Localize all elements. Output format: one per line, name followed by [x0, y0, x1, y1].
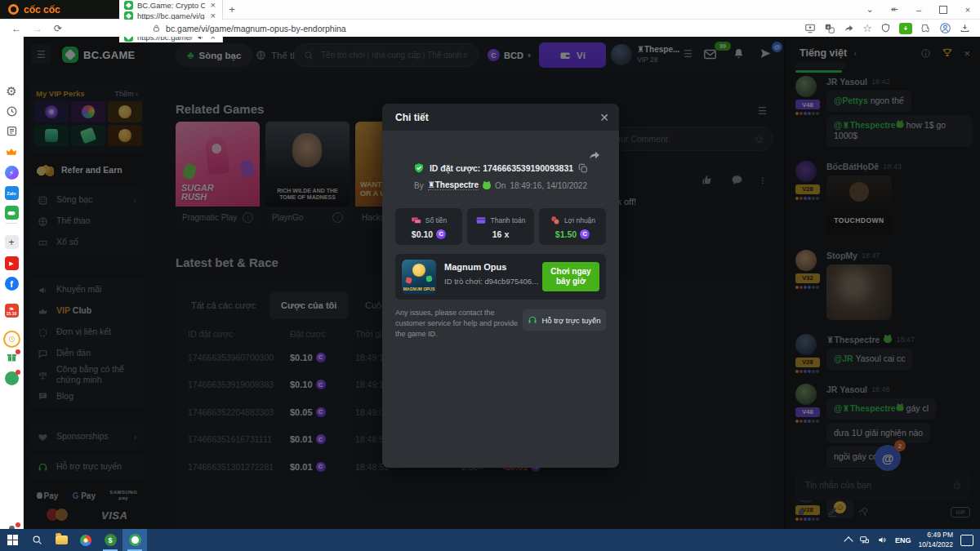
gift-icon[interactable]	[0, 351, 23, 363]
tab-search-icon[interactable]: ⌄	[858, 1, 882, 19]
game-name: Magnum Opus	[444, 262, 506, 272]
lock-icon	[152, 24, 161, 33]
history-icon[interactable]	[0, 105, 23, 118]
stat-value: $1.50C	[555, 229, 590, 239]
address-bar-icons: a☆	[804, 22, 970, 34]
browser-tab[interactable]: BC.Game: Crypto Casino Gan×	[119, 0, 223, 11]
share-icon[interactable]	[844, 23, 854, 33]
modal-title: Chi tiết	[395, 112, 429, 123]
tab-close-icon[interactable]: ×	[209, 0, 217, 11]
zalo-icon[interactable]: Zalo	[0, 186, 23, 200]
profile-icon[interactable]	[939, 22, 951, 34]
tab-scroll-icon[interactable]: ↞	[882, 1, 906, 19]
bet-id: ID đặt cược: 1746663539190093831	[430, 163, 573, 173]
modal-titlebar: Chi tiết ✕	[382, 104, 619, 131]
url-text[interactable]: bc.game/vi/game/magnum-opus-by-endorphin…	[166, 24, 346, 33]
reading-list-icon[interactable]	[0, 125, 23, 137]
bcd-coin-icon: C	[436, 229, 446, 239]
chrome-icon[interactable]	[74, 529, 98, 551]
bcd-coin-icon: C	[580, 229, 590, 239]
notification-center-icon[interactable]	[960, 535, 973, 546]
tab-strip: cốc cốc BC.Game: Crypto Casino Gan×https…	[0, 0, 980, 20]
stat-label: Số tiền	[425, 216, 447, 224]
youtube-icon[interactable]: ▶	[0, 256, 23, 270]
stat-value: 16 x	[492, 229, 509, 239]
game-box: MAGNUM OPUS Magnum Opus ID trò chơi: d94…	[395, 254, 606, 300]
address-bar: ← → ⟳ bc.game/vi/game/magnum-opus-by-end…	[0, 20, 980, 37]
browser-chrome: cốc cốc BC.Game: Crypto Casino Gan×https…	[0, 0, 980, 37]
sale-15-10-icon[interactable]: 🛍15.10	[0, 304, 23, 318]
play-now-button[interactable]: Chơi ngay bây giờ	[542, 262, 599, 291]
reload-icon[interactable]: ⟳	[54, 23, 62, 34]
url-field[interactable]: bc.game/vi/game/magnum-opus-by-endorphin…	[152, 24, 346, 33]
start-button[interactable]	[0, 529, 24, 551]
cash-app-icon[interactable]: $	[98, 529, 122, 551]
browser-games-icon[interactable]	[0, 371, 23, 385]
games-icon[interactable]	[0, 206, 23, 220]
bet-author-row: By ♜Thespectre On 18:49:16, 14/10/2022	[382, 180, 619, 190]
stat-thanh-to-n: Thanh toán16 x	[467, 208, 534, 245]
messenger-icon[interactable]: ⚡	[0, 166, 23, 180]
divider	[6, 223, 17, 224]
back-icon[interactable]: ←	[11, 23, 21, 34]
minimize-button[interactable]: –	[906, 1, 931, 19]
maximize-button[interactable]	[931, 1, 956, 19]
coccoc-sidebar: ⚙⚡Zalo+▶f🛍15.10⋯	[0, 37, 24, 529]
coccoc-logo-icon	[8, 4, 19, 15]
favicon	[124, 1, 133, 10]
coccoc-menu-button[interactable]: cốc cốc	[0, 0, 119, 19]
window-controls: ⌄ ↞ – ×	[858, 0, 980, 19]
alarm-icon[interactable]	[0, 331, 23, 348]
verified-shield-icon	[413, 162, 425, 174]
stat-label: Lợi nhuận	[564, 216, 595, 224]
game-id-row: ID trò chơi: d94cb975406...	[444, 277, 551, 286]
translate-icon[interactable]: a	[824, 23, 835, 34]
bet-author[interactable]: ♜Thespectre	[428, 180, 479, 190]
bookmark-star-icon[interactable]: ☆	[862, 22, 872, 34]
settings-icon[interactable]: ⚙	[0, 84, 23, 99]
screen: cốc cốc BC.Game: Crypto Casino Gan×https…	[0, 0, 980, 551]
extensions-icon[interactable]	[920, 23, 931, 33]
share-icon[interactable]	[588, 149, 601, 162]
new-tab-icon[interactable]: +	[0, 235, 23, 249]
bet-stats: Số tiền$0.10CThanh toán16 xLợi nhuận$1.5…	[395, 208, 606, 245]
forward-icon[interactable]: →	[33, 23, 42, 34]
facebook-icon[interactable]: f	[0, 277, 23, 291]
modal-close-icon[interactable]: ✕	[599, 111, 609, 124]
stat-s-ti-n: Số tiền$0.10C	[395, 208, 462, 245]
browser-brand: cốc cốc	[24, 4, 60, 16]
lion-icon	[412, 264, 425, 277]
tab-title: BC.Game: Crypto Casino Gan	[137, 1, 205, 10]
coccoc-download-icon[interactable]	[899, 23, 912, 34]
bet-datetime: 18:49:16, 14/10/2022	[510, 181, 587, 190]
network-icon[interactable]	[859, 535, 870, 545]
bet-details-modal: Chi tiết ✕ ID đặt cược: 1746663539190093…	[382, 104, 619, 468]
webpage: ☰ BC.GAME My VIP Perks Thêm › Refer and …	[23, 37, 980, 529]
language-indicator[interactable]: ENG	[895, 536, 911, 544]
game-thumbnail[interactable]: MAGNUM OPUS	[402, 260, 436, 294]
stat-label: Thanh toán	[490, 216, 525, 224]
tabs: BC.Game: Crypto Casino Gan×https://bc.ga…	[119, 0, 223, 19]
file-explorer-icon[interactable]	[49, 529, 74, 551]
close-button[interactable]: ×	[956, 1, 980, 19]
adblock-shield-icon[interactable]	[880, 23, 891, 33]
windows-taskbar: $ ENG 6:49 PM 10/14/2022	[0, 529, 980, 551]
frog-emoji	[483, 182, 491, 189]
crown-icon[interactable]	[0, 145, 23, 158]
coccoc-taskbar-icon[interactable]	[122, 529, 147, 551]
copy-icon[interactable]	[578, 163, 588, 173]
headset-icon	[528, 315, 537, 325]
volume-icon[interactable]	[877, 535, 888, 545]
bet-id-row: ID đặt cược: 1746663539190093831	[382, 162, 619, 174]
stat-l-i-nhu-n: Lợi nhuận$1.50C	[539, 208, 606, 245]
tray-chevron-icon[interactable]	[844, 536, 853, 545]
stat-value: $0.10C	[412, 229, 446, 239]
clock[interactable]: 6:49 PM 10/14/2022	[918, 531, 953, 549]
system-tray: ENG 6:49 PM 10/14/2022	[845, 531, 973, 549]
support-button[interactable]: Hỗ trợ trực tuyến	[523, 309, 606, 331]
taskbar-search-icon[interactable]	[24, 529, 49, 551]
device-download-icon[interactable]	[804, 23, 816, 34]
support-note: Any issues, please contact the customer …	[395, 308, 519, 340]
downloads-icon[interactable]	[960, 23, 970, 33]
new-tab-button[interactable]: +	[223, 0, 241, 19]
